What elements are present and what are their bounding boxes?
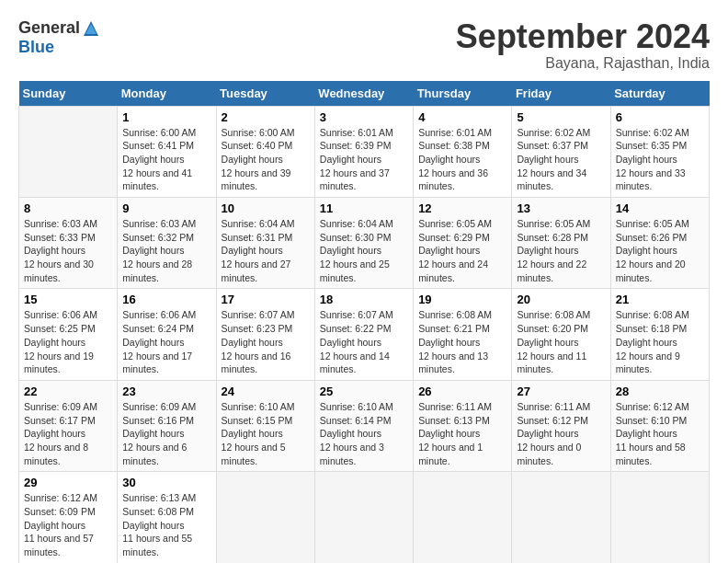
table-row: 25Sunrise: 6:10 AMSunset: 6:14 PMDayligh…: [314, 380, 413, 471]
title-block: September 2024 Bayana, Rajasthan, India: [456, 18, 710, 72]
logo-blue: Blue: [18, 38, 54, 57]
day-number: 29: [24, 476, 112, 489]
logo: General Blue: [18, 18, 100, 57]
day-info: Sunrise: 6:11 AMSunset: 6:13 PMDaylight …: [418, 400, 506, 467]
day-number: 8: [24, 201, 112, 215]
day-info: Sunrise: 6:09 AMSunset: 6:17 PMDaylight …: [24, 400, 112, 467]
table-row: 17Sunrise: 6:07 AMSunset: 6:23 PMDayligh…: [216, 289, 314, 380]
weekday-header-monday: Monday: [118, 81, 216, 107]
day-info: Sunrise: 6:10 AMSunset: 6:15 PMDaylight …: [222, 400, 310, 467]
weekday-header-tuesday: Tuesday: [216, 81, 314, 107]
weekday-header-sunday: Sunday: [19, 81, 118, 107]
day-info: Sunrise: 6:03 AMSunset: 6:33 PMDaylight …: [24, 217, 112, 284]
table-row: 26Sunrise: 6:11 AMSunset: 6:13 PMDayligh…: [414, 380, 512, 471]
day-number: 11: [320, 201, 408, 215]
day-number: 10: [222, 201, 310, 215]
table-row: 23Sunrise: 6:09 AMSunset: 6:16 PMDayligh…: [118, 380, 216, 471]
day-info: Sunrise: 6:08 AMSunset: 6:18 PMDaylight …: [616, 308, 704, 375]
day-number: 24: [222, 385, 310, 398]
day-number: 4: [418, 110, 506, 124]
day-info: Sunrise: 6:10 AMSunset: 6:14 PMDaylight …: [320, 400, 408, 467]
day-info: Sunrise: 6:04 AMSunset: 6:31 PMDaylight …: [222, 217, 310, 284]
day-number: 23: [122, 385, 210, 398]
page-header: General Blue September 2024 Bayana, Raja…: [18, 18, 710, 72]
day-number: 17: [222, 293, 310, 306]
day-number: 5: [517, 110, 605, 124]
table-row: 22Sunrise: 6:09 AMSunset: 6:17 PMDayligh…: [19, 380, 118, 471]
day-number: 26: [418, 385, 506, 398]
day-number: 25: [320, 385, 408, 398]
day-number: 9: [122, 201, 210, 215]
location-subtitle: Bayana, Rajasthan, India: [456, 55, 710, 72]
day-info: Sunrise: 6:06 AMSunset: 6:25 PMDaylight …: [24, 308, 112, 375]
day-number: 2: [222, 110, 310, 124]
table-row: 2Sunrise: 6:00 AMSunset: 6:40 PMDaylight…: [216, 106, 314, 197]
day-info: Sunrise: 6:02 AMSunset: 6:35 PMDaylight …: [616, 126, 704, 193]
day-info: Sunrise: 6:13 AMSunset: 6:08 PMDaylight …: [122, 491, 210, 558]
table-row: [610, 472, 709, 563]
day-number: 22: [24, 385, 112, 398]
day-info: Sunrise: 6:12 AMSunset: 6:10 PMDaylight …: [616, 400, 704, 467]
day-number: 12: [418, 201, 506, 215]
month-title: September 2024: [456, 18, 710, 55]
day-info: Sunrise: 6:08 AMSunset: 6:20 PMDaylight …: [517, 308, 605, 375]
table-row: [512, 472, 610, 563]
day-info: Sunrise: 6:04 AMSunset: 6:30 PMDaylight …: [320, 217, 408, 284]
day-info: Sunrise: 6:03 AMSunset: 6:32 PMDaylight …: [122, 217, 210, 284]
table-row: 16Sunrise: 6:06 AMSunset: 6:24 PMDayligh…: [118, 289, 216, 380]
day-info: Sunrise: 6:00 AMSunset: 6:41 PMDaylight …: [122, 126, 210, 193]
table-row: 20Sunrise: 6:08 AMSunset: 6:20 PMDayligh…: [512, 289, 610, 380]
day-info: Sunrise: 6:07 AMSunset: 6:22 PMDaylight …: [320, 308, 408, 375]
day-number: 30: [122, 476, 210, 489]
day-number: 20: [517, 293, 605, 306]
day-info: Sunrise: 6:05 AMSunset: 6:26 PMDaylight …: [616, 217, 704, 284]
day-number: 28: [616, 385, 704, 398]
table-row: [414, 472, 512, 563]
day-number: 16: [122, 293, 210, 306]
table-row: 13Sunrise: 6:05 AMSunset: 6:28 PMDayligh…: [512, 198, 610, 289]
weekday-header-saturday: Saturday: [610, 81, 709, 107]
day-number: 18: [320, 293, 408, 306]
day-number: 27: [517, 385, 605, 398]
table-row: 9Sunrise: 6:03 AMSunset: 6:32 PMDaylight…: [118, 198, 216, 289]
day-info: Sunrise: 6:05 AMSunset: 6:28 PMDaylight …: [517, 217, 605, 284]
table-row: [19, 106, 118, 197]
day-number: 1: [122, 110, 210, 124]
table-row: 29Sunrise: 6:12 AMSunset: 6:09 PMDayligh…: [19, 472, 118, 563]
table-row: 1Sunrise: 6:00 AMSunset: 6:41 PMDaylight…: [118, 106, 216, 197]
table-row: 21Sunrise: 6:08 AMSunset: 6:18 PMDayligh…: [610, 289, 709, 380]
day-info: Sunrise: 6:09 AMSunset: 6:16 PMDaylight …: [122, 400, 210, 467]
day-info: Sunrise: 6:01 AMSunset: 6:39 PMDaylight …: [320, 126, 408, 193]
day-info: Sunrise: 6:06 AMSunset: 6:24 PMDaylight …: [122, 308, 210, 375]
table-row: 3Sunrise: 6:01 AMSunset: 6:39 PMDaylight…: [314, 106, 413, 197]
weekday-header-friday: Friday: [512, 81, 610, 107]
day-number: 3: [320, 110, 408, 124]
table-row: 15Sunrise: 6:06 AMSunset: 6:25 PMDayligh…: [19, 289, 118, 380]
day-info: Sunrise: 6:08 AMSunset: 6:21 PMDaylight …: [418, 308, 506, 375]
day-number: 6: [616, 110, 704, 124]
day-info: Sunrise: 6:02 AMSunset: 6:37 PMDaylight …: [517, 126, 605, 193]
table-row: [216, 472, 314, 563]
calendar-table: SundayMondayTuesdayWednesdayThursdayFrid…: [18, 81, 710, 563]
day-number: 19: [418, 293, 506, 306]
day-info: Sunrise: 6:05 AMSunset: 6:29 PMDaylight …: [418, 217, 506, 284]
table-row: 4Sunrise: 6:01 AMSunset: 6:38 PMDaylight…: [414, 106, 512, 197]
day-info: Sunrise: 6:11 AMSunset: 6:12 PMDaylight …: [517, 400, 605, 467]
day-number: 14: [616, 201, 704, 215]
table-row: 11Sunrise: 6:04 AMSunset: 6:30 PMDayligh…: [314, 198, 413, 289]
day-info: Sunrise: 6:00 AMSunset: 6:40 PMDaylight …: [222, 126, 310, 193]
table-row: 5Sunrise: 6:02 AMSunset: 6:37 PMDaylight…: [512, 106, 610, 197]
day-info: Sunrise: 6:07 AMSunset: 6:23 PMDaylight …: [222, 308, 310, 375]
logo-general: General: [18, 18, 80, 38]
table-row: 19Sunrise: 6:08 AMSunset: 6:21 PMDayligh…: [414, 289, 512, 380]
day-info: Sunrise: 6:12 AMSunset: 6:09 PMDaylight …: [24, 491, 112, 558]
day-number: 21: [616, 293, 704, 306]
table-row: 27Sunrise: 6:11 AMSunset: 6:12 PMDayligh…: [512, 380, 610, 471]
table-row: 30Sunrise: 6:13 AMSunset: 6:08 PMDayligh…: [118, 472, 216, 563]
day-info: Sunrise: 6:01 AMSunset: 6:38 PMDaylight …: [418, 126, 506, 193]
table-row: 18Sunrise: 6:07 AMSunset: 6:22 PMDayligh…: [314, 289, 413, 380]
table-row: [314, 472, 413, 563]
table-row: 14Sunrise: 6:05 AMSunset: 6:26 PMDayligh…: [610, 198, 709, 289]
table-row: 10Sunrise: 6:04 AMSunset: 6:31 PMDayligh…: [216, 198, 314, 289]
table-row: 28Sunrise: 6:12 AMSunset: 6:10 PMDayligh…: [610, 380, 709, 471]
